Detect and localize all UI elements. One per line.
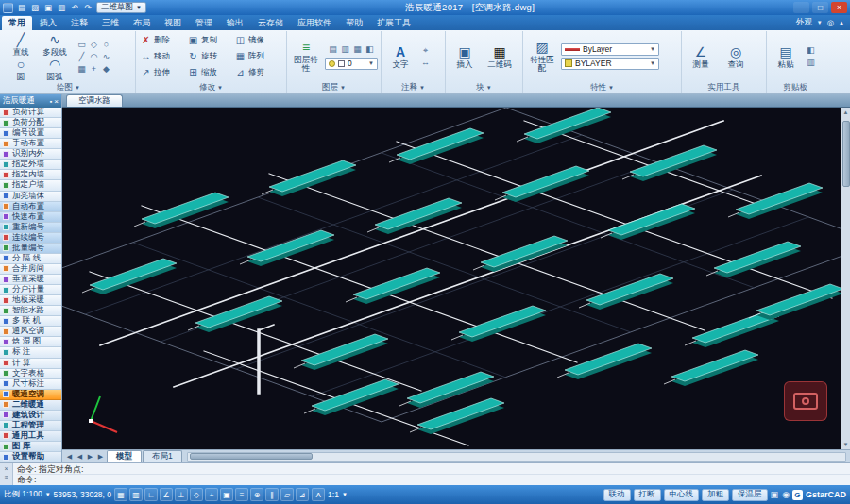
hvac-toggle-0[interactable]: 联动 xyxy=(604,489,631,501)
ribbon-tab-1[interactable]: 插入 xyxy=(33,16,63,30)
status-toggle-6[interactable]: + xyxy=(205,488,218,501)
status-right-icon-1[interactable]: ◉ xyxy=(782,490,790,499)
close-icon[interactable]: × xyxy=(54,97,59,106)
ribbon-tab-10[interactable]: 帮助 xyxy=(339,16,369,30)
sidebar-item-3[interactable]: 手动布置 xyxy=(0,139,61,149)
sidebar-category-4[interactable]: 通用工具 xyxy=(0,431,61,442)
status-toggle-4[interactable]: ⊥ xyxy=(175,488,188,501)
panel-label-annotate[interactable]: 注释▼ xyxy=(384,81,442,93)
ribbon-tab-3[interactable]: 三维 xyxy=(95,16,126,30)
ribbon-tab-9[interactable]: 应用软件 xyxy=(291,16,338,30)
sidebar-item-10[interactable]: 快速布置 xyxy=(0,212,61,223)
draw-tool-1[interactable]: ∿多段线 xyxy=(39,32,71,57)
ribbon-tab-11[interactable]: 扩展工具 xyxy=(370,16,417,30)
horizontal-scrollbar[interactable] xyxy=(187,452,846,462)
sidebar-item-19[interactable]: 智能水路 xyxy=(0,306,61,316)
hvac-toggle-3[interactable]: 加粗 xyxy=(702,489,729,501)
maximize-button[interactable]: □ xyxy=(812,2,828,13)
layout-tab-0[interactable]: 模型 xyxy=(107,450,142,462)
sidebar-item-8[interactable]: 加亮墙体 xyxy=(0,192,61,202)
command-strip-icon-0[interactable]: × xyxy=(4,465,8,472)
sidebar-item-20[interactable]: 多 联 机 xyxy=(0,316,61,327)
draw-tool-0[interactable]: ╱直线 xyxy=(5,32,37,57)
layout-nav-icon-0[interactable]: ◀ xyxy=(64,453,75,461)
sidebar-item-17[interactable]: 分户计量 xyxy=(0,285,61,295)
draw-mini-icon-5[interactable]: ∿ xyxy=(100,50,112,62)
layer-mini-icon-3[interactable]: ◧ xyxy=(364,43,376,56)
draw-mini-icon-8[interactable]: ◆ xyxy=(100,62,112,75)
draw-mini-icon-6[interactable]: ▦ xyxy=(76,62,88,75)
modify-tool-8[interactable]: ⊿修剪 xyxy=(233,64,280,80)
sidebar-item-25[interactable]: 文字表格 xyxy=(0,369,61,379)
panel-label-modify[interactable]: 修改▼ xyxy=(139,81,283,93)
sidebar-item-14[interactable]: 分 隔 线 xyxy=(0,254,61,264)
vertical-scrollbar[interactable]: ▲ ▼ xyxy=(841,108,850,449)
linetype-combo[interactable]: BYLAYER ▼ xyxy=(561,58,659,70)
sidebar-category-2[interactable]: 建筑设计 xyxy=(0,411,61,421)
annotation-scale[interactable]: 1:1 xyxy=(328,490,339,499)
sidebar-item-22[interactable]: 焓 湿 图 xyxy=(0,337,61,347)
sidebar-category-1[interactable]: 二维暖通 xyxy=(0,400,61,411)
ribbon-tab-8[interactable]: 云存储 xyxy=(251,16,290,30)
scale-display[interactable]: 比例 1:100 xyxy=(4,489,42,500)
clipboard-mini-icon-0[interactable]: ◧ xyxy=(805,44,817,57)
qrcode-button[interactable]: ▦ 二维码 xyxy=(484,44,516,69)
status-toggle-9[interactable]: ⊕ xyxy=(250,488,264,501)
status-toggle-3[interactable]: ∠ xyxy=(160,488,173,501)
ribbon-tab-4[interactable]: 布局 xyxy=(127,16,157,30)
annotate-mini-icon-0[interactable]: ⌖ xyxy=(419,44,432,57)
ribbon-tab-2[interactable]: 注释 xyxy=(64,16,94,30)
sidebar-item-9[interactable]: 自动布置 xyxy=(0,202,61,212)
insert-block-button[interactable]: ▣ 插入 xyxy=(449,44,481,69)
layer-mini-icon-1[interactable]: ▥ xyxy=(339,43,351,56)
sidebar-item-21[interactable]: 通风空调 xyxy=(0,327,61,337)
draw-tool-3[interactable]: ◠圆弧 xyxy=(39,57,71,81)
ribbon-tab-7[interactable]: 输出 xyxy=(220,16,250,30)
appearance-menu[interactable]: 外观 xyxy=(796,17,812,28)
layer-properties-button[interactable]: ≡ 图层特性 xyxy=(290,40,322,73)
panel-label-layer[interactable]: 图层▼ xyxy=(290,81,378,93)
status-toggle-2[interactable]: ∟ xyxy=(144,488,158,501)
modify-tool-0[interactable]: ✗删除 xyxy=(139,32,186,48)
inquiry-button[interactable]: ◎ 查询 xyxy=(720,44,752,69)
modify-tool-4[interactable]: ↻旋转 xyxy=(186,48,233,64)
workspace-combo[interactable]: 二维草图 ▼ xyxy=(96,2,146,13)
modify-tool-7[interactable]: ⊞缩放 xyxy=(186,64,233,80)
command-prompt[interactable]: 命令: xyxy=(17,475,850,485)
quick-access-icon-2[interactable]: ▣ xyxy=(42,3,54,12)
horizontal-scroll-thumb[interactable] xyxy=(190,453,313,460)
draw-mini-icon-2[interactable]: ○ xyxy=(100,38,112,50)
sidebar-category-6[interactable]: 设置帮助 xyxy=(0,452,61,462)
sidebar-item-18[interactable]: 地板采暖 xyxy=(0,295,61,306)
status-toggle-5[interactable]: ◇ xyxy=(190,488,203,501)
status-toggle-11[interactable]: ▱ xyxy=(280,488,294,501)
modify-tool-2[interactable]: ◫镜像 xyxy=(233,32,280,48)
modify-tool-6[interactable]: ↗拉伸 xyxy=(139,64,186,80)
layer-mini-icon-0[interactable]: ▤ xyxy=(327,43,339,56)
command-lines[interactable]: 命令: 指定对角点: 命令: xyxy=(13,463,850,485)
panel-label-block[interactable]: 块▼ xyxy=(449,81,519,93)
status-toggle-8[interactable]: ≡ xyxy=(235,488,248,501)
search-icon[interactable]: ◎ xyxy=(827,18,834,27)
status-toggle-10[interactable]: ∥ xyxy=(265,488,279,501)
text-button[interactable]: A 文字 xyxy=(384,44,416,69)
status-right-icon-0[interactable]: ▣ xyxy=(771,490,779,499)
measure-button[interactable]: ∠ 测量 xyxy=(685,44,717,69)
document-tab[interactable]: 空调水路 xyxy=(66,94,123,107)
quick-access-icon-4[interactable]: ↶ xyxy=(69,3,80,12)
sidebar-item-26[interactable]: 尺寸标注 xyxy=(0,379,61,390)
sidebar-item-1[interactable]: 负荷分配 xyxy=(0,118,61,128)
quick-access-icon-3[interactable]: ▥ xyxy=(56,3,67,12)
draw-mini-icon-0[interactable]: ▭ xyxy=(76,38,88,50)
pin-icon[interactable]: ▪ xyxy=(50,98,52,105)
vertical-scroll-thumb[interactable] xyxy=(842,121,850,187)
color-combo[interactable]: ByLayer ▼ xyxy=(561,43,659,56)
sidebar-category-3[interactable]: 工程管理 xyxy=(0,421,61,431)
draw-mini-icon-3[interactable]: ╱ xyxy=(76,50,88,62)
layout-tab-1[interactable]: 布局1 xyxy=(143,450,182,462)
hvac-toggle-2[interactable]: 中心线 xyxy=(664,489,700,501)
draw-mini-icon-1[interactable]: ◇ xyxy=(88,38,100,50)
sidebar-item-6[interactable]: 指定内墙 xyxy=(0,170,61,180)
quick-access-icon-0[interactable]: ▤ xyxy=(16,3,27,12)
sidebar-item-11[interactable]: 重新编号 xyxy=(0,223,61,233)
